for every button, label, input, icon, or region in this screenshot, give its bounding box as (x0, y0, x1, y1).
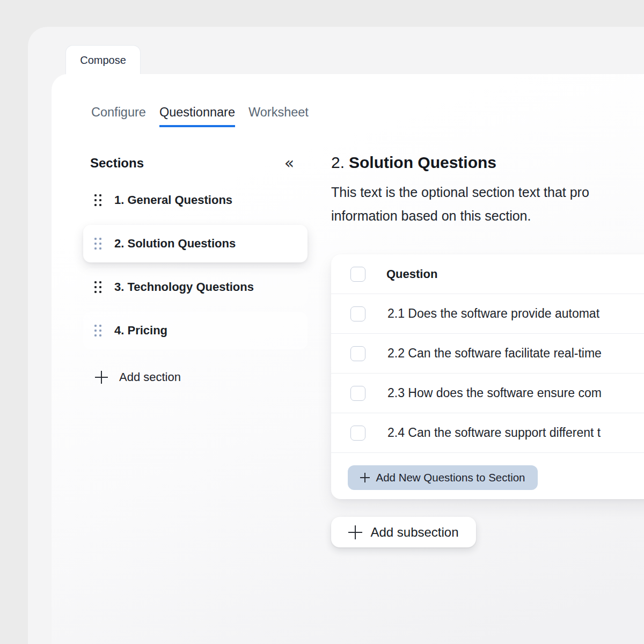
tab-questionnare[interactable]: Questionnare (159, 105, 235, 127)
section-number: 2. (331, 153, 345, 171)
sections-header: Sections « (90, 155, 294, 171)
sidebar-item-general-questions[interactable]: 1. General Questions (83, 181, 308, 219)
sidebar-item-pricing[interactable]: 4. Pricing (83, 312, 308, 349)
question-text: 2.4 Can the software support different t (387, 426, 601, 440)
table-row[interactable]: 2.2 Can the software facilitate real-tim… (331, 333, 644, 373)
add-new-questions-button[interactable]: Add New Questions to Section (348, 465, 538, 490)
add-new-questions-label: Add New Questions to Section (376, 471, 525, 484)
sidebar-item-label: 2. Solution Questions (114, 237, 236, 251)
drag-handle-icon[interactable] (94, 194, 101, 206)
tab-bar: Configure Questionnare Worksheet (91, 105, 309, 127)
sections-title: Sections (90, 156, 144, 171)
row-checkbox[interactable] (350, 426, 365, 441)
add-subsection-button[interactable]: Add subsection (331, 517, 476, 547)
compose-tab[interactable]: Compose (65, 45, 141, 75)
row-checkbox[interactable] (350, 346, 365, 361)
collapse-sidebar-icon[interactable]: « (284, 155, 294, 171)
tab-configure[interactable]: Configure (91, 105, 146, 127)
row-checkbox[interactable] (350, 306, 365, 321)
section-list: 1. General Questions 2. Solution Questio… (83, 181, 308, 355)
select-all-checkbox[interactable] (350, 267, 365, 282)
add-section-button[interactable]: Add section (83, 361, 308, 393)
question-column-header: Question (386, 267, 437, 281)
table-row[interactable]: 2.1 Does the software provide automat (331, 294, 644, 333)
question-text: 2.2 Can the software facilitate real-tim… (387, 346, 602, 361)
compose-tab-label: Compose (80, 54, 126, 67)
drag-handle-icon[interactable] (94, 281, 101, 293)
table-header-row: Question (331, 254, 644, 294)
section-description-line: This text is the optional section text t… (331, 180, 589, 204)
plus-icon (360, 473, 370, 482)
plus-icon (95, 371, 108, 384)
sidebar-item-label: 1. General Questions (114, 193, 232, 207)
add-subsection-label: Add subsection (370, 525, 458, 540)
table-row[interactable]: 2.3 How does the software ensure com (331, 373, 644, 413)
plus-icon (348, 525, 362, 539)
section-title: Solution Questions (349, 153, 496, 171)
drag-handle-icon[interactable] (94, 238, 101, 250)
question-table: Question 2.1 Does the software provide a… (331, 254, 644, 499)
section-description: This text is the optional section text t… (331, 180, 589, 228)
sidebar-item-technology-questions[interactable]: 3. Technology Questions (83, 268, 308, 306)
row-checkbox[interactable] (350, 386, 365, 401)
table-footer-row: Add New Questions to Section (331, 452, 644, 499)
table-row[interactable]: 2.4 Can the software support different t (331, 413, 644, 452)
drag-handle-icon[interactable] (94, 325, 101, 336)
tab-worksheet[interactable]: Worksheet (248, 105, 309, 127)
add-section-label: Add section (119, 370, 181, 384)
section-heading: 2.Solution Questions (331, 153, 496, 172)
question-text: 2.1 Does the software provide automat (387, 306, 599, 321)
question-text: 2.3 How does the software ensure com (387, 386, 602, 400)
sidebar-item-solution-questions[interactable]: 2. Solution Questions (83, 225, 308, 262)
section-description-line: information based on this section. (331, 204, 589, 228)
sidebar-item-label: 4. Pricing (114, 324, 167, 338)
sidebar-item-label: 3. Technology Questions (114, 280, 254, 294)
